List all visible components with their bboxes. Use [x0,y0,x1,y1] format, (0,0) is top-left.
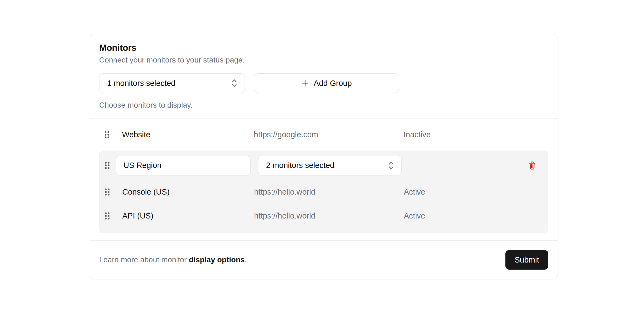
handle-cell [99,186,122,198]
drag-dots-icon [104,161,110,169]
add-group-button[interactable]: Add Group [254,73,399,93]
drag-dots-icon [104,131,110,139]
monitor-status: Inactive [404,130,548,139]
helper-text: Choose monitors to display. [99,100,548,110]
monitors-card: Monitors Connect your monitors to your s… [90,34,558,279]
group-monitors-select[interactable]: 2 monitors selected [258,156,402,175]
drag-handle[interactable] [104,186,111,198]
plus-icon [301,79,309,87]
monitor-list: Website https://google.com Inactive [90,118,558,233]
group-monitors-select-value: 2 monitors selected [266,161,334,170]
handle-cell [99,129,122,140]
group-header: 2 monitors selected [99,151,548,180]
monitor-name: Console (US) [122,188,254,196]
card-header: Monitors Connect your monitors to your s… [90,34,558,118]
drag-dots-icon [104,212,110,220]
learn-suffix: . [245,255,247,264]
page-subtitle: Connect your monitors to your status pag… [99,55,548,65]
monitor-name: Website [122,130,254,139]
monitor-status: Active [404,211,548,220]
monitor-url: https://hello.world [254,188,404,196]
monitor-row: API (US) https://hello.world Active [99,204,548,228]
header-controls: 1 monitors selected Add Group [99,73,548,93]
monitor-url: https://google.com [254,130,404,139]
monitor-group: 2 monitors selected [99,151,548,233]
monitor-name: API (US) [122,211,254,220]
card-footer: Learn more about monitor display options… [90,241,558,279]
page-title: Monitors [99,42,548,53]
monitor-row: Console (US) https://hello.world Active [99,180,548,204]
drag-handle[interactable] [104,210,111,221]
monitor-row: Website https://google.com Inactive [99,123,548,147]
group-name-input[interactable] [116,156,251,175]
drag-dots-icon [104,188,110,196]
submit-button[interactable]: Submit [505,250,548,270]
learn-prefix: Learn more about monitor [99,255,189,264]
monitors-select-value: 1 monitors selected [107,79,175,88]
monitor-url: https://hello.world [254,211,404,220]
learn-more-text: Learn more about monitor display options… [99,255,247,264]
group-drag-handle[interactable] [104,160,111,171]
add-group-label: Add Group [314,79,352,88]
monitor-status: Active [404,188,548,196]
trash-icon [529,161,536,170]
delete-group-button[interactable] [528,160,537,171]
handle-cell [99,210,122,221]
monitors-select[interactable]: 1 monitors selected [99,73,245,93]
chevron-updown-icon [387,160,395,171]
chevron-updown-icon [231,78,238,89]
drag-handle[interactable] [104,129,111,140]
display-options-link[interactable]: display options [189,255,245,264]
